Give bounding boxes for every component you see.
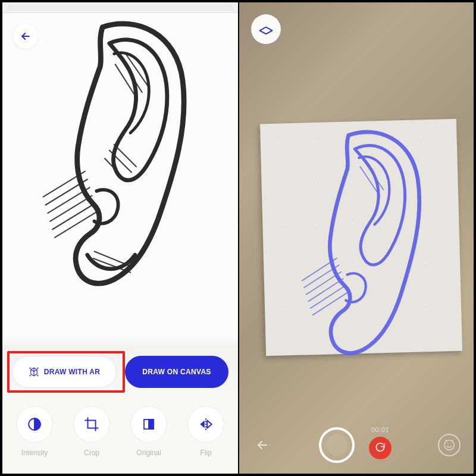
record-button[interactable] bbox=[369, 437, 392, 459]
svg-point-3 bbox=[444, 440, 455, 450]
tool-original-label: Original bbox=[136, 449, 161, 457]
svg-rect-2 bbox=[149, 419, 154, 429]
tool-flip[interactable]: Flip bbox=[182, 406, 230, 457]
face-filter-icon bbox=[443, 439, 456, 452]
card-stack-hint bbox=[2, 2, 238, 13]
half-rect-icon bbox=[130, 406, 167, 443]
record-control: 00:01 bbox=[369, 426, 392, 459]
ar-camera-pane: 00:01 bbox=[239, 2, 474, 474]
paper-surface bbox=[260, 119, 462, 356]
ar-viewport[interactable]: 00:01 bbox=[239, 2, 474, 474]
tool-crop-label: Crop bbox=[84, 449, 99, 457]
shutter-button[interactable] bbox=[319, 427, 355, 463]
sketch-preview bbox=[2, 13, 238, 347]
half-circle-icon bbox=[16, 406, 53, 443]
editor-pane: DRAW WITH AR DRAW ON CANVAS Intensity bbox=[2, 2, 239, 474]
record-arrow-icon bbox=[374, 442, 386, 454]
app-split-view: DRAW WITH AR DRAW ON CANVAS Intensity bbox=[0, 0, 476, 476]
ear-sketch-black bbox=[33, 17, 207, 290]
tool-intensity[interactable]: Intensity bbox=[11, 406, 58, 457]
face-filter-button[interactable] bbox=[438, 434, 461, 456]
tool-crop[interactable]: Crop bbox=[68, 406, 115, 457]
ar-back-button[interactable] bbox=[252, 435, 273, 455]
surface-plane-icon bbox=[258, 21, 274, 37]
tool-flip-label: Flip bbox=[200, 449, 211, 457]
tool-original[interactable]: Original bbox=[125, 406, 173, 457]
surface-toggle-button[interactable] bbox=[251, 14, 281, 44]
crop-icon bbox=[73, 406, 110, 443]
record-timer: 00:01 bbox=[371, 426, 389, 433]
tool-intensity-label: Intensity bbox=[21, 449, 48, 457]
draw-on-canvas-label: DRAW ON CANVAS bbox=[142, 368, 211, 376]
draw-with-ar-label: DRAW WITH AR bbox=[44, 368, 100, 376]
action-button-row: DRAW WITH AR DRAW ON CANVAS bbox=[2, 347, 238, 401]
sketch-canvas bbox=[2, 13, 238, 347]
ar-center-controls: 00:01 bbox=[319, 427, 392, 463]
draw-with-ar-button[interactable]: DRAW WITH AR bbox=[12, 356, 117, 388]
ear-sketch-overlay bbox=[265, 124, 467, 361]
flip-icon bbox=[187, 406, 224, 443]
arrow-left-icon bbox=[255, 438, 270, 452]
ar-cube-icon bbox=[29, 367, 39, 377]
tool-row: Intensity Crop Original bbox=[2, 401, 238, 474]
draw-on-canvas-button[interactable]: DRAW ON CANVAS bbox=[125, 356, 228, 388]
ar-bottom-bar: 00:01 bbox=[239, 427, 474, 463]
